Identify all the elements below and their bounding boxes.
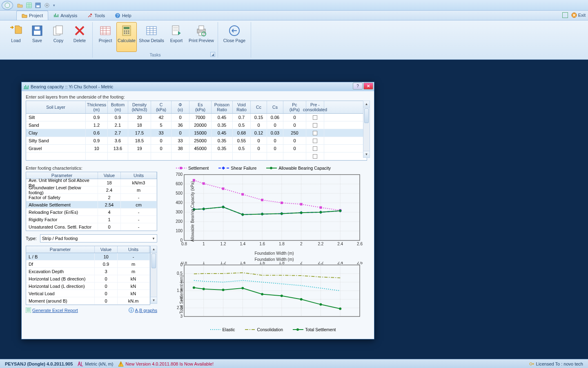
geom-row[interactable]: Excavation Depth3m (26, 268, 150, 275)
geom-row[interactable]: Vertical Load0kN (26, 290, 150, 297)
footing-row[interactable]: Reloading Factor (Er/Es)4- (26, 209, 157, 216)
geom-table-scrollbar[interactable]: ▲ ▼ (150, 246, 157, 304)
delete-icon (73, 24, 86, 37)
soil-col-0[interactable]: Soil Layer (26, 101, 86, 113)
app-orb[interactable] (2, 1, 13, 10)
soil-col-7[interactable]: Poisson Ratio (212, 101, 233, 113)
soil-col-4[interactable]: C(kPa) (151, 101, 172, 113)
footing-type-select[interactable]: Strip / Pad footing ▼ (40, 234, 157, 242)
checkbox[interactable] (313, 154, 317, 159)
soil-col-5[interactable]: Φ(o) (172, 101, 189, 113)
svg-text:1.2: 1.2 (220, 242, 226, 246)
project-button[interactable]: Project (95, 22, 116, 52)
checkbox[interactable] (313, 123, 317, 128)
settlement-chart: Total Settlement (cm) 0.811.21.41.61.822… (164, 262, 370, 327)
dialog-titlebar[interactable]: Bearing capacity :: Yi Chu School - Metr… (22, 82, 374, 91)
soil-row[interactable]: Gravel1013.619038450000.350.5000 (26, 145, 367, 153)
scroll-up-icon[interactable]: ▲ (151, 246, 157, 253)
scroll-down-icon[interactable]: ▼ (363, 151, 370, 157)
soil-col-12[interactable]: Pre -consolidated (306, 101, 324, 113)
svg-point-132 (241, 287, 244, 289)
calculate-button[interactable]: Calculate (116, 22, 137, 52)
footing-row[interactable]: Unsaturated Cons. Settl. Factor0- (26, 223, 157, 231)
legend-entry: Shear Failure (218, 166, 256, 171)
svg-point-92 (319, 211, 322, 213)
qat-settings-icon[interactable] (43, 2, 51, 9)
geometry-params-table[interactable]: Parameter Value Units L / B10-Df0.9mExca… (26, 246, 150, 305)
svg-text:2.4: 2.4 (337, 262, 343, 265)
export-button[interactable]: Export (166, 22, 187, 52)
checkbox[interactable] (313, 115, 317, 120)
delete-button[interactable]: Delete (69, 22, 90, 52)
qat-grid-icon[interactable] (25, 2, 33, 9)
scroll-thumb[interactable] (364, 108, 369, 123)
soil-col-2[interactable]: Bottom(m) (108, 101, 128, 113)
qat-save-icon[interactable] (34, 2, 42, 9)
soil-col-3[interactable]: Density(kN/m3) (128, 101, 151, 113)
qat-open-icon[interactable] (16, 2, 24, 9)
soil-row[interactable]: Clay0.62.717.5330150000.450.680.120.0325… (26, 129, 367, 137)
geom-row[interactable]: Moment (around B)0kN.m (26, 297, 150, 305)
showdetails-button[interactable]: Show Details (138, 22, 165, 52)
tab-project[interactable]: Project (16, 11, 48, 20)
generate-excel-link[interactable]: Generate Excel Report (26, 307, 78, 313)
svg-text:2.4: 2.4 (337, 242, 343, 246)
svg-rect-83 (319, 206, 322, 209)
closepage-button[interactable]: Close Page (220, 22, 248, 52)
geom-row[interactable]: Horizontal Load (L direction)0kN (26, 283, 150, 290)
soil-layers-table[interactable]: Soil LayerThickness(m)Bottom(m)Density(k… (26, 101, 367, 161)
scroll-thumb[interactable] (151, 254, 156, 268)
exit-button[interactable]: Exit (571, 12, 586, 18)
svg-rect-80 (261, 199, 263, 201)
help-button[interactable]: ? (353, 83, 363, 90)
soil-col-10[interactable]: Cs (267, 101, 283, 113)
svg-text:1: 1 (203, 262, 205, 265)
scroll-down-icon[interactable]: ▼ (151, 297, 157, 303)
svg-point-90 (281, 212, 283, 215)
soil-row[interactable]: Silty Sand0.93.618.5033250000.350.55000 (26, 137, 367, 145)
svg-text:1: 1 (203, 242, 205, 246)
close-button[interactable]: ✕ (363, 83, 373, 90)
soil-col-9[interactable]: Cc (251, 101, 267, 113)
legend-entry: Settlement (176, 166, 209, 171)
svg-rect-35 (180, 167, 182, 169)
tab-tools[interactable]: Tools (82, 11, 110, 20)
soil-table-scrollbar[interactable]: ▲ ▼ (363, 101, 370, 158)
checkbox[interactable] (313, 131, 317, 135)
tab-help[interactable]: ?Help (110, 11, 136, 20)
col-value: Value (98, 172, 121, 179)
footing-row[interactable]: Groundwater Level (below footing)2.4m (26, 186, 157, 194)
printpreview-button[interactable]: Print Preview (187, 22, 215, 52)
status-warning[interactable]: ! New Version 4.0.2011.808 Is Now Availa… (116, 361, 216, 367)
qat-dropdown-icon[interactable]: ▾ (53, 3, 55, 7)
ribbon: LoadSaveCopyDelete ProjectCalculateShow … (0, 20, 588, 60)
copy-button[interactable]: Copy (48, 22, 69, 52)
load-button[interactable]: Load (6, 22, 26, 52)
geom-row[interactable]: L / B10- (26, 253, 150, 260)
soil-row[interactable]: Sand1.22.118536200000.350.5000 (26, 121, 367, 129)
footing-row[interactable]: Allowable Settlement2.54cm (26, 201, 157, 209)
pin-icon[interactable] (562, 12, 568, 18)
checkbox[interactable] (313, 146, 317, 151)
svg-rect-3 (36, 5, 40, 7)
soil-col-6[interactable]: Es(kPa) (189, 101, 212, 113)
soil-row[interactable]: Silt0.90.92042070000.450.70.150.060 (26, 114, 367, 121)
tab-analysis[interactable]: Analysis (48, 11, 82, 20)
ab-graphs-link[interactable]: i A,B graphs (129, 307, 157, 313)
svg-point-88 (241, 213, 244, 216)
footing-row[interactable]: Factor of Safety2- (26, 194, 157, 201)
svg-rect-27 (199, 26, 204, 30)
save-button[interactable]: Save (27, 22, 47, 52)
soil-col-8[interactable]: Void Ratio (233, 101, 251, 113)
footing-params-table[interactable]: Parameter Value Units Ave. Unit Weight o… (26, 172, 157, 231)
geom-row[interactable]: Df0.9m (26, 260, 150, 268)
footing-row[interactable]: Rigidity Factor1- (26, 216, 157, 223)
checkbox[interactable] (313, 139, 317, 143)
group-dialog-launcher[interactable]: ◢ (210, 52, 215, 57)
svg-rect-128 (184, 265, 360, 316)
svg-point-143 (530, 363, 532, 365)
soil-row-empty[interactable] (26, 153, 367, 160)
geom-row[interactable]: Horizontal Load (B direction)0kN (26, 275, 150, 283)
scroll-up-icon[interactable]: ▲ (363, 101, 370, 108)
soil-col-1[interactable]: Thickness(m) (86, 101, 108, 113)
